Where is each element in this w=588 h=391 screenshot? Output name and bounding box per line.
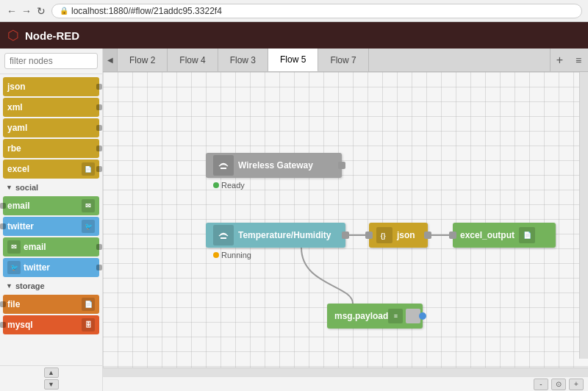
forward-button[interactable]: →: [21, 5, 32, 17]
tab-flow5[interactable]: Flow 5: [268, 49, 318, 72]
node-label: excel: [7, 164, 29, 174]
node-label: excel_output: [460, 230, 514, 240]
output-port[interactable]: [342, 232, 349, 239]
node-label: Wireless Gateway: [238, 160, 313, 171]
port-left: [0, 322, 6, 328]
email-icon: ✉: [82, 199, 95, 212]
node-json[interactable]: json: [3, 77, 99, 96]
zoom-reset-button[interactable]: ⊙: [551, 379, 566, 390]
section-storage[interactable]: ▼ storage: [0, 279, 102, 293]
node-msg-payload[interactable]: msg.payload ≡: [327, 304, 423, 329]
node-label: msg.payload: [334, 311, 388, 321]
node-label: mysql: [7, 320, 33, 330]
tab-flow7[interactable]: Flow 7: [318, 49, 368, 72]
node-mysql[interactable]: mysql 🗄: [3, 315, 99, 334]
tab-label: Flow 2: [129, 55, 155, 65]
section-label: storage: [15, 281, 45, 290]
sidebar-scroll-controls: ▲ ▼: [0, 365, 102, 391]
status-text: Running: [221, 251, 251, 259]
port-right: [96, 244, 102, 250]
port-left: [0, 203, 6, 209]
node-label: json: [397, 230, 415, 240]
node-email-out[interactable]: email ✉: [3, 196, 99, 215]
node-label: file: [7, 299, 20, 309]
temp-icon: [213, 225, 234, 245]
tab-flow2[interactable]: Flow 2: [118, 49, 168, 72]
zoom-in-button[interactable]: +: [569, 379, 584, 390]
file-icon: 📄: [519, 227, 535, 243]
excel-file-icon: 📄: [82, 162, 95, 176]
output-port[interactable]: [424, 232, 431, 239]
flow-tabs-container: ◀ Flow 2 Flow 4 Flow 3 Flow 5 Flow 7 + ≡: [103, 49, 588, 391]
node-wireless-gateway[interactable]: Wireless Gateway Ready: [206, 153, 342, 178]
tab-prev-button[interactable]: ◀: [103, 49, 118, 72]
canvas: Wireless Gateway Ready: [103, 72, 588, 367]
port-right: [96, 104, 102, 110]
twitter-icon-left: 🐦: [7, 261, 21, 274]
email-icon-left: ✉: [7, 240, 21, 254]
node-excel[interactable]: excel 📄: [3, 159, 99, 179]
node-json-canvas[interactable]: {} json: [369, 223, 428, 248]
tab-flow4[interactable]: Flow 4: [168, 49, 218, 72]
tab-label: Flow 5: [280, 54, 306, 65]
twitter-icon: 🐦: [82, 220, 95, 233]
zoom-out-button[interactable]: -: [534, 379, 548, 390]
url-text: localhost:1880/#flow/21addc95.3322f4: [71, 6, 222, 16]
sidebar: json xml yaml rbe: [0, 49, 103, 391]
tab-add-button[interactable]: +: [550, 49, 569, 72]
scroll-down-btn[interactable]: ▼: [44, 379, 59, 390]
chevron-icon: ▼: [6, 282, 12, 290]
lock-icon: 🔒: [60, 7, 68, 15]
svg-text:{}: {}: [381, 232, 386, 240]
section-label: social: [15, 183, 38, 192]
port-right: [96, 125, 102, 131]
tab-flow3[interactable]: Flow 3: [218, 49, 268, 72]
node-email-in[interactable]: ✉ email: [3, 237, 99, 257]
vertical-scrollbar[interactable]: [579, 72, 588, 359]
chevron-icon: ▼: [6, 184, 12, 191]
node-file[interactable]: file 📄: [3, 295, 99, 314]
node-status: Ready: [213, 181, 245, 190]
node-temp-humidity[interactable]: Temperature/Humidity Running: [206, 223, 345, 248]
port-right: [96, 265, 102, 270]
bottom-bar: - ⊙ +: [103, 376, 588, 391]
node-status: Running: [213, 251, 251, 259]
node-label: rbe: [7, 143, 21, 154]
node-label: twitter: [24, 262, 50, 273]
node-rbe[interactable]: rbe: [3, 139, 99, 158]
input-port[interactable]: [449, 232, 456, 239]
tab-label: Flow 3: [230, 55, 256, 65]
node-xml[interactable]: xml: [3, 98, 99, 117]
json-icon: {}: [376, 227, 392, 243]
output-port-round[interactable]: [419, 312, 426, 320]
tab-menu-button[interactable]: ≡: [569, 49, 588, 72]
node-label: email: [24, 242, 46, 252]
browser-bar: ← → ↻ 🔒 localhost:1880/#flow/21addc95.33…: [0, 0, 588, 22]
node-label: xml: [7, 102, 23, 112]
horizontal-scrollbar[interactable]: [103, 367, 588, 376]
filter-input[interactable]: [4, 53, 98, 69]
main-layout: json xml yaml rbe: [0, 49, 588, 391]
back-button[interactable]: ←: [6, 5, 18, 17]
sidebar-scroll: json xml yaml rbe: [0, 74, 102, 365]
mysql-icon: 🗄: [82, 318, 95, 331]
wireless-icon: [213, 155, 234, 176]
app-title: Node-RED: [25, 29, 79, 42]
node-label: yaml: [7, 123, 27, 133]
input-port[interactable]: [365, 232, 373, 239]
scroll-up-btn[interactable]: ▲: [44, 367, 59, 378]
url-bar[interactable]: 🔒 localhost:1880/#flow/21addc95.3322f4: [51, 4, 582, 18]
tab-label: Flow 4: [179, 55, 205, 65]
port-right: [96, 146, 102, 151]
section-social[interactable]: ▼ social: [0, 180, 102, 195]
node-yaml[interactable]: yaml: [3, 118, 99, 137]
node-twitter-out[interactable]: twitter 🐦: [3, 217, 99, 236]
refresh-button[interactable]: ↻: [35, 5, 47, 17]
sidebar-filter-area: [0, 49, 102, 74]
node-excel-output[interactable]: excel_output 📄: [453, 223, 556, 248]
node-label: twitter: [7, 221, 34, 232]
file-icon: 📄: [82, 298, 95, 311]
debug-list-icon: ≡: [388, 309, 403, 323]
node-twitter-in[interactable]: 🐦 twitter: [3, 258, 99, 277]
output-port[interactable]: [338, 162, 345, 169]
